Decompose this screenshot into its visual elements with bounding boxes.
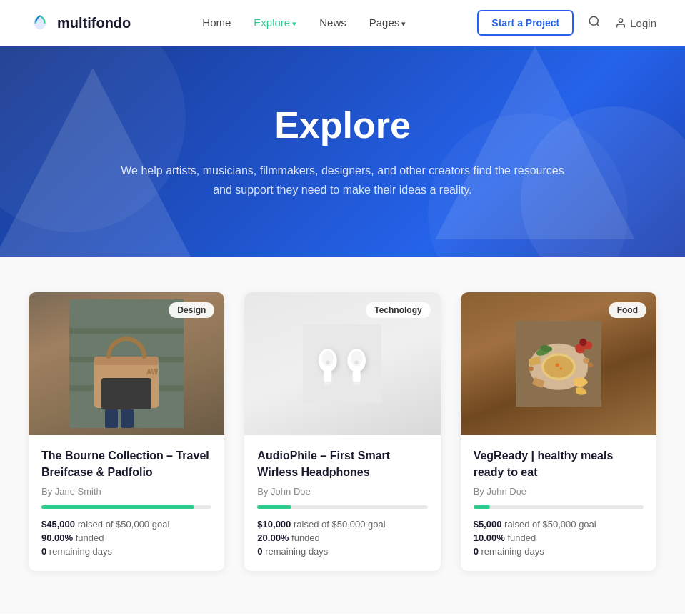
project-card-1[interactable]: AW Design The Bourne Collection – Travel… xyxy=(29,292,224,571)
card-image-1: AW Design xyxy=(29,292,224,435)
raised-row-2: $10,000 raised of $50,000 goal xyxy=(257,519,427,530)
svg-text:AW: AW xyxy=(146,368,159,376)
projects-section: AW Design The Bourne Collection – Travel… xyxy=(0,257,685,614)
svg-point-44 xyxy=(556,364,559,367)
remaining-row-2: 0 remaining days xyxy=(257,546,427,557)
design-bag-illustration: AW xyxy=(69,299,184,428)
progress-bar-2 xyxy=(257,505,427,509)
cards-grid: AW Design The Bourne Collection – Travel… xyxy=(29,292,656,571)
svg-point-2 xyxy=(619,19,623,22)
remaining-label-2: remaining days xyxy=(265,546,328,557)
remaining-label-1: remaining days xyxy=(49,546,112,557)
card-stats-1: $45,000 raised of $50,000 goal 90.00% fu… xyxy=(41,519,211,557)
nav-links: Home Explore News Pages xyxy=(202,16,406,29)
card-title-1: The Bourne Collection – Travel Breifcase… xyxy=(41,448,211,480)
svg-point-36 xyxy=(579,339,586,346)
card-stats-3: $5,000 raised of $50,000 goal 10.00% fun… xyxy=(474,519,644,557)
svg-point-41 xyxy=(583,358,589,364)
card-body-1: The Bourne Collection – Travel Breifcase… xyxy=(29,435,224,571)
progress-fill-1 xyxy=(41,505,194,509)
search-button[interactable] xyxy=(588,15,601,31)
card-body-2: AudioPhile – First Smart Wirless Headpho… xyxy=(244,435,440,571)
remaining-label-3: remaining days xyxy=(481,546,544,557)
funded-row-3: 10.00% funded xyxy=(474,532,644,543)
card-image-3: Food xyxy=(461,292,656,435)
logo-icon xyxy=(29,11,51,34)
project-card-2[interactable]: Technology AudioPhile – First Smart Wirl… xyxy=(244,292,440,571)
raised-label-1: raised of $50,000 goal xyxy=(78,519,170,530)
funded-label-1: funded xyxy=(76,532,104,543)
svg-rect-26 xyxy=(353,369,361,384)
user-icon xyxy=(615,17,626,29)
airpods-illustration xyxy=(303,324,381,403)
project-card-3[interactable]: Food VegReady | healthy meals ready to e… xyxy=(461,292,656,571)
svg-point-29 xyxy=(355,361,359,365)
svg-rect-7 xyxy=(69,328,184,334)
search-icon xyxy=(588,15,601,28)
raised-label-3: raised of $50,000 goal xyxy=(504,519,596,530)
remaining-row-1: 0 remaining days xyxy=(41,546,211,557)
nav-home[interactable]: Home xyxy=(202,16,231,29)
svg-rect-16 xyxy=(105,408,118,428)
hero-decoration-left xyxy=(0,61,200,257)
card-stats-2: $10,000 raised of $50,000 goal 20.00% fu… xyxy=(257,519,427,557)
login-button[interactable]: Login xyxy=(615,17,656,29)
card-badge-1: Design xyxy=(169,302,214,318)
svg-point-23 xyxy=(325,382,331,386)
svg-point-45 xyxy=(560,368,562,370)
hero-title: Explore xyxy=(274,104,411,146)
hero-section: Explore We help artists, musicians, film… xyxy=(0,46,685,257)
svg-line-1 xyxy=(597,24,599,26)
start-project-button[interactable]: Start a Project xyxy=(477,10,574,36)
card-author-1: By Jane Smith xyxy=(41,486,211,497)
nav-news[interactable]: News xyxy=(319,16,346,29)
svg-rect-17 xyxy=(121,408,134,428)
card-image-2: Technology xyxy=(244,292,440,435)
funded-row-2: 20.00% funded xyxy=(257,532,427,543)
nav-right: Start a Project Login xyxy=(477,10,656,36)
funded-label-3: funded xyxy=(507,532,536,543)
card-title-2: AudioPhile – First Smart Wirless Headpho… xyxy=(257,448,427,480)
svg-point-28 xyxy=(326,361,331,365)
svg-point-33 xyxy=(544,356,573,378)
svg-point-43 xyxy=(529,367,534,372)
progress-fill-2 xyxy=(257,505,291,509)
hero-subtitle: We help artists, musicians, filmmakers, … xyxy=(114,161,571,199)
funded-row-1: 90.00% funded xyxy=(41,532,211,543)
raised-label-2: raised of $50,000 goal xyxy=(294,519,386,530)
card-badge-2: Technology xyxy=(366,302,430,318)
progress-bar-3 xyxy=(474,505,644,509)
progress-fill-3 xyxy=(474,505,491,509)
raised-row-1: $45,000 raised of $50,000 goal xyxy=(41,519,211,530)
progress-bar-1 xyxy=(41,505,211,509)
card-author-2: By John Doe xyxy=(257,486,427,497)
svg-rect-18 xyxy=(101,378,151,409)
card-body-3: VegReady | healthy meals ready to eat By… xyxy=(461,435,656,571)
funded-label-2: funded xyxy=(291,532,320,543)
svg-rect-22 xyxy=(324,369,332,384)
nav-explore[interactable]: Explore xyxy=(254,16,296,29)
card-author-3: By John Doe xyxy=(474,486,644,497)
card-title-3: VegReady | healthy meals ready to eat xyxy=(474,448,644,480)
navbar: multifondo Home Explore News Pages Start… xyxy=(0,0,685,46)
svg-point-42 xyxy=(588,363,593,368)
food-illustration xyxy=(516,321,601,407)
card-badge-3: Food xyxy=(609,302,646,318)
svg-point-27 xyxy=(354,382,360,386)
remaining-row-3: 0 remaining days xyxy=(474,546,644,557)
logo[interactable]: multifondo xyxy=(29,11,131,34)
nav-pages[interactable]: Pages xyxy=(369,16,406,29)
svg-rect-19 xyxy=(303,324,381,403)
svg-rect-11 xyxy=(94,357,159,365)
raised-row-3: $5,000 raised of $50,000 goal xyxy=(474,519,644,530)
